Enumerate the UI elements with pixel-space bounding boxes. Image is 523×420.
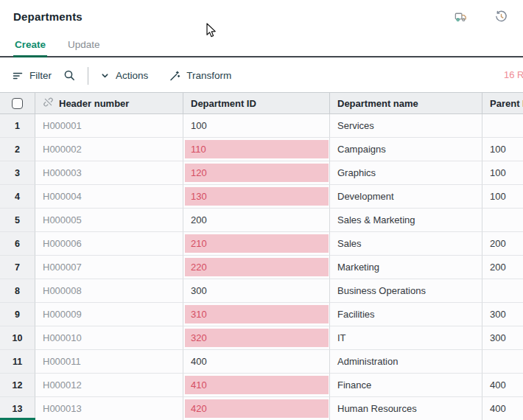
cell-department-name[interactable]: Campaigns — [330, 138, 482, 161]
tab-update[interactable]: Update — [66, 39, 102, 57]
cell-department-name[interactable]: Facilities — [330, 303, 482, 326]
truck-icon[interactable] — [454, 10, 468, 24]
cell-department-id[interactable]: 200 — [183, 209, 330, 232]
row-number-cell[interactable]: 6 — [0, 232, 35, 256]
error-highlight: 310 — [185, 305, 329, 323]
cell-header-number[interactable]: H000008 — [35, 279, 183, 303]
row-number-cell[interactable]: 8 — [0, 279, 35, 303]
cell-department-name[interactable]: Sales & Marketing — [330, 209, 482, 232]
filter-button[interactable]: Filter — [12, 70, 52, 82]
filter-icon — [12, 70, 24, 82]
cell-parent-id[interactable] — [482, 114, 523, 138]
cell-department-id[interactable]: 100 — [183, 114, 330, 138]
select-all-checkbox[interactable] — [12, 98, 23, 109]
cell-parent-id[interactable]: 400 — [482, 397, 523, 420]
cell-department-id[interactable]: 310 — [183, 303, 330, 326]
cell-department-name[interactable]: Graphics — [330, 161, 482, 185]
cell-header-number[interactable]: H000006 — [35, 232, 183, 256]
cell-parent-id[interactable]: 200 — [482, 232, 523, 256]
actions-button[interactable]: Actions — [100, 70, 148, 81]
column-label: Department name — [337, 98, 418, 109]
cell-department-id[interactable]: 420 — [183, 397, 330, 420]
toolbar-divider — [88, 67, 88, 85]
cell-department-id[interactable]: 120 — [183, 161, 330, 185]
cell-header-number[interactable]: H000001 — [35, 114, 183, 138]
actions-label: Actions — [116, 70, 148, 81]
column-label: Parent ID — [490, 98, 523, 109]
transform-button[interactable]: Transform — [169, 70, 231, 82]
row-number-cell[interactable]: 13 — [0, 397, 35, 420]
error-highlight: 410 — [185, 376, 329, 394]
cell-parent-id[interactable]: 300 — [482, 326, 523, 350]
row-number-cell[interactable]: 12 — [0, 374, 35, 397]
cell-department-name[interactable]: Services — [330, 114, 482, 138]
column-header-parent-id[interactable]: Parent ID — [482, 92, 523, 114]
cell-parent-id[interactable] — [482, 350, 523, 374]
table-row: 5 H000005 200 Sales & Marketing — [0, 209, 523, 232]
cell-parent-id[interactable] — [482, 279, 523, 303]
cell-department-id[interactable]: 300 — [183, 279, 330, 303]
column-label: Department ID — [191, 98, 256, 109]
cell-parent-id[interactable]: 300 — [482, 303, 523, 326]
window-header: Departments — [0, 0, 523, 33]
cell-header-number[interactable]: H000010 — [35, 326, 183, 350]
unlink-icon — [43, 97, 54, 110]
cell-parent-id[interactable]: 200 — [482, 256, 523, 279]
table-row: 2 H000002 110 Campaigns 100 — [0, 138, 523, 161]
cell-department-name[interactable]: Human Resources — [330, 397, 482, 420]
tab-create[interactable]: Create — [13, 39, 47, 57]
row-number-cell[interactable]: 11 — [0, 350, 35, 374]
cell-parent-id[interactable] — [482, 209, 523, 232]
cell-header-number[interactable]: H000002 — [35, 138, 183, 161]
cell-header-number[interactable]: H000011 — [35, 350, 183, 374]
transform-label: Transform — [186, 70, 231, 81]
cell-department-id[interactable]: 220 — [183, 256, 330, 279]
cell-header-number[interactable]: H000013 — [35, 397, 183, 420]
table-row: 6 H000006 210 Sales 200 — [0, 232, 523, 256]
cell-department-name[interactable]: Development — [330, 185, 482, 209]
cell-header-number[interactable]: H000004 — [35, 185, 183, 209]
cell-header-number[interactable]: H000012 — [35, 374, 183, 397]
row-number-cell[interactable]: 2 — [0, 138, 35, 161]
cell-department-id[interactable]: 210 — [183, 232, 330, 256]
row-number-cell[interactable]: 3 — [0, 161, 35, 185]
cell-header-number[interactable]: H000003 — [35, 161, 183, 185]
cell-department-id[interactable]: 130 — [183, 185, 330, 209]
error-highlight: 110 — [185, 140, 329, 158]
row-number-cell[interactable]: 5 — [0, 209, 35, 232]
table-row: 13 H000013 420 Human Resources 400 — [0, 397, 523, 420]
search-icon — [63, 69, 76, 82]
error-highlight: 210 — [185, 234, 329, 253]
cell-parent-id[interactable]: 100 — [482, 138, 523, 161]
cell-parent-id[interactable]: 100 — [482, 161, 523, 185]
cell-department-id[interactable]: 410 — [183, 374, 330, 397]
cell-department-id[interactable]: 110 — [183, 138, 330, 161]
cell-department-name[interactable]: Administration — [330, 350, 482, 374]
cell-department-name[interactable]: Finance — [330, 374, 482, 397]
row-number-cell[interactable]: 7 — [0, 256, 35, 279]
cell-header-number[interactable]: H000007 — [35, 256, 183, 279]
column-header-department-name[interactable]: Department name — [330, 92, 482, 114]
table-row: 12 H000012 410 Finance 400 — [0, 374, 523, 397]
column-header-header-number[interactable]: Header number — [35, 92, 183, 114]
row-number-cell[interactable]: 10 — [0, 326, 35, 350]
cell-department-name[interactable]: IT — [330, 326, 482, 350]
wand-icon — [169, 70, 180, 82]
select-all-cell — [0, 92, 35, 114]
cell-department-name[interactable]: Sales — [330, 232, 482, 256]
row-number-cell[interactable]: 4 — [0, 185, 35, 209]
cell-header-number[interactable]: H000009 — [35, 303, 183, 326]
cell-department-id[interactable]: 320 — [183, 326, 330, 350]
cell-department-id[interactable]: 400 — [183, 350, 330, 374]
row-number-cell[interactable]: 1 — [0, 114, 35, 138]
row-number-cell[interactable]: 9 — [0, 303, 35, 326]
history-icon[interactable] — [494, 10, 508, 24]
cell-department-name[interactable]: Marketing — [330, 256, 482, 279]
cell-header-number[interactable]: H000005 — [35, 209, 183, 232]
search-button[interactable] — [63, 69, 76, 82]
column-header-department-id[interactable]: Department ID — [183, 92, 330, 114]
cell-department-name[interactable]: Business Operations — [330, 279, 482, 303]
cell-parent-id[interactable]: 400 — [482, 374, 523, 397]
cell-parent-id[interactable]: 100 — [482, 185, 523, 209]
data-grid: Header number Department ID Department n… — [0, 92, 523, 420]
